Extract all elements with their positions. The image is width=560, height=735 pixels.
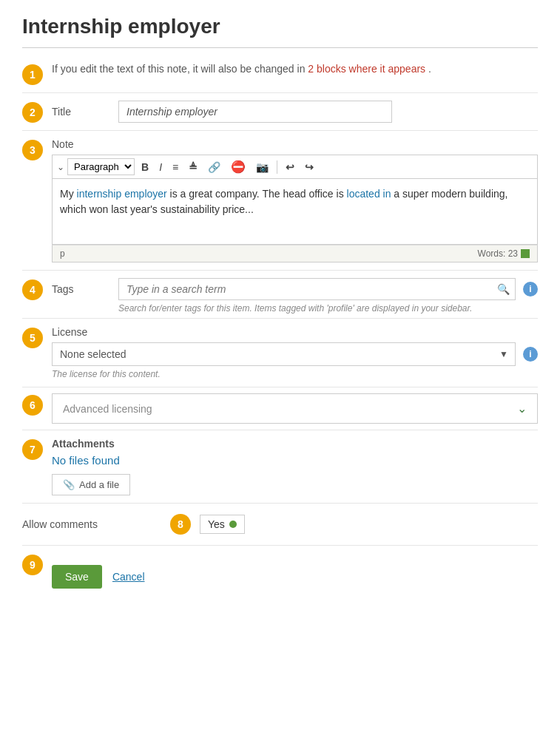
ordered-list-button[interactable]: ≜ (185, 160, 201, 175)
license-row: None selected CC BY CC BY-SA CC BY-ND CC… (52, 342, 538, 366)
step6-badge: 6 (22, 395, 43, 416)
title-input[interactable] (118, 101, 392, 123)
undo-button[interactable]: ↩ (282, 160, 298, 175)
yes-toggle[interactable]: Yes (200, 515, 245, 534)
search-icon: 🔍 (497, 283, 510, 295)
editor-toolbar: ⌄ Paragraph B I ≡ ≜ 🔗 ⛔ 📷 ↩ ↪ (52, 155, 538, 178)
license-select-wrap: None selected CC BY CC BY-SA CC BY-ND CC… (52, 342, 516, 366)
editor-footer: p Words: 23 (52, 245, 538, 262)
allow-comments-wrap: 8 Yes (170, 514, 245, 535)
step2-row: 2 Title (22, 93, 538, 131)
toolbar-sep (277, 160, 277, 174)
tags-input-wrap: 🔍 (118, 278, 516, 300)
toolbar-chevron-icon[interactable]: ⌄ (57, 162, 64, 172)
editor-footer-tag: p (60, 248, 65, 259)
allow-comments-label: Allow comments (22, 518, 170, 530)
step1-row: 1 If you edit the text of this note, it … (22, 55, 538, 93)
step4-badge: 4 (22, 280, 43, 300)
step7-badge: 7 (22, 439, 43, 460)
license-select[interactable]: None selected CC BY CC BY-SA CC BY-ND CC… (52, 342, 516, 366)
note-label: Note (52, 138, 538, 150)
image-button[interactable]: 📷 (252, 160, 272, 175)
editor-text-hl2: located in (347, 188, 391, 200)
step3-content: Note ⌄ Paragraph B I ≡ ≜ 🔗 ⛔ 📷 ↩ ↪ My in… (52, 138, 538, 262)
title-label: Title (52, 106, 118, 118)
unlink-button[interactable]: ⛔ (227, 158, 249, 175)
add-file-label: Add a file (79, 479, 119, 490)
step5-row: 5 License None selected CC BY CC BY-SA C… (22, 319, 538, 387)
title-divider (22, 47, 538, 48)
step6-row: 6 Advanced licensing ⌄ (22, 387, 538, 430)
step3-row: 3 Note ⌄ Paragraph B I ≡ ≜ 🔗 ⛔ 📷 ↩ ↪ My … (22, 131, 538, 271)
italic-button[interactable]: I (155, 160, 166, 175)
page-title: Internship employer (22, 15, 538, 38)
save-button[interactable]: Save (52, 565, 102, 589)
step4-content: Tags 🔍 i Search for/enter tags for this … (52, 278, 538, 314)
green-bar-icon (521, 249, 530, 258)
step1-content: If you edit the text of this note, it wi… (52, 63, 538, 75)
no-files-text: No files found (52, 454, 538, 467)
attachments-label: Attachments (52, 438, 538, 450)
step9-content: Save Cancel (52, 553, 145, 600)
paragraph-select[interactable]: Paragraph (67, 158, 135, 175)
step1-info-text: If you edit the text of this note, it wi… (52, 60, 431, 78)
words-label: Words: 23 (478, 248, 518, 259)
step5-badge: 5 (22, 328, 43, 348)
step4-row: 4 Tags 🔍 i Search for/enter tags for thi… (22, 271, 538, 319)
title-field-row: Title (52, 101, 538, 123)
add-file-button[interactable]: 📎 Add a file (52, 474, 130, 495)
editor-text-normal1: My (60, 188, 77, 200)
paperclip-icon: 📎 (63, 479, 75, 490)
step3-badge: 3 (22, 140, 43, 160)
green-dot-icon (229, 521, 237, 528)
bullet-list-button[interactable]: ≡ (169, 160, 182, 175)
editor-text-normal2: is a great company. The head office is (167, 188, 347, 200)
step5-content: License None selected CC BY CC BY-SA CC … (52, 326, 538, 379)
cancel-button[interactable]: Cancel (112, 571, 145, 583)
advanced-licensing-row[interactable]: Advanced licensing ⌄ (52, 393, 538, 424)
advanced-chevron-icon: ⌄ (517, 402, 527, 416)
tags-hint: Search for/enter tags for this item. Ite… (118, 303, 538, 314)
license-field-label: License (52, 326, 538, 338)
step7-row: 7 Attachments No files found 📎 Add a fil… (22, 430, 538, 504)
license-hint: The license for this content. (52, 369, 538, 379)
step8-badge: 8 (170, 514, 191, 535)
editor-text-hl1: internship employer (77, 188, 167, 200)
bold-button[interactable]: B (138, 160, 152, 175)
advanced-licensing-label: Advanced licensing (63, 403, 152, 415)
license-info-icon[interactable]: i (523, 347, 538, 362)
tags-label: Tags (52, 283, 118, 295)
step1-badge: 1 (22, 64, 43, 85)
step9-badge: 9 (22, 555, 43, 575)
step2-content: Title (52, 101, 538, 123)
step2-badge: 2 (22, 102, 43, 123)
step1-highlight: 2 blocks where it appears (308, 63, 425, 75)
tags-info-icon[interactable]: i (523, 282, 538, 297)
step7-content: Attachments No files found 📎 Add a file (52, 438, 538, 495)
step6-content: Advanced licensing ⌄ (52, 393, 538, 424)
step8-row: Allow comments 8 Yes (22, 504, 538, 546)
tags-row: Tags 🔍 i (52, 278, 538, 300)
step1-text-before: If you edit the text of this note, it wi… (52, 63, 305, 75)
tags-input[interactable] (118, 278, 516, 300)
redo-button[interactable]: ↪ (301, 160, 317, 175)
yes-toggle-label: Yes (208, 518, 225, 530)
step1-text-after: . (428, 63, 431, 75)
link-button[interactable]: 🔗 (204, 160, 224, 175)
editor-body[interactable]: My internship employer is a great compan… (52, 178, 538, 245)
words-counter: Words: 23 (478, 248, 530, 259)
step9-row: 9 Save Cancel (22, 546, 538, 608)
